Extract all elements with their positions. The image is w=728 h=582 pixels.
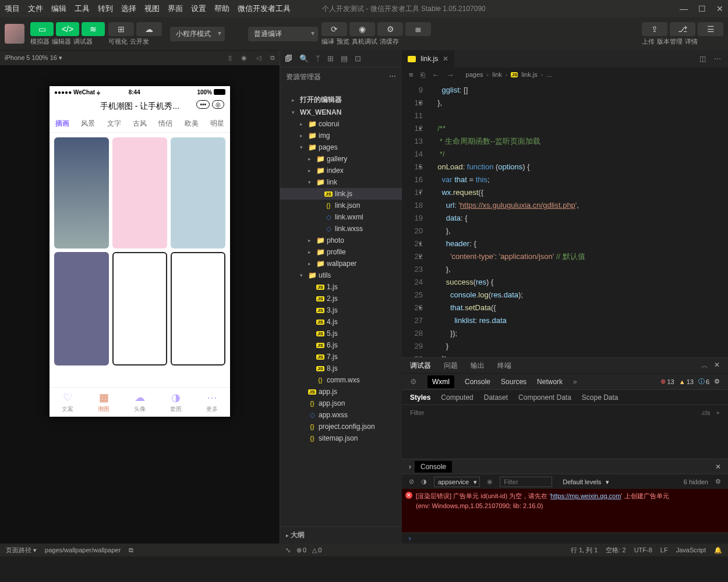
- tree-node[interactable]: ◇link.wxml: [280, 211, 402, 223]
- tree-node[interactable]: {}link.json: [280, 200, 402, 211]
- tree-node[interactable]: ▾📁pages: [280, 141, 402, 153]
- menu-item[interactable]: 界面: [168, 3, 183, 14]
- editor-button[interactable]: </>: [56, 22, 79, 36]
- debugger-button[interactable]: ≋: [82, 22, 105, 36]
- style-tab[interactable]: Dataset: [484, 393, 508, 402]
- notification-icon[interactable]: 🔔: [714, 546, 722, 554]
- cls-toggle[interactable]: .cls: [701, 409, 711, 416]
- tree-section[interactable]: ▾WX_WENAN: [280, 107, 402, 118]
- tab[interactable]: 插画: [55, 119, 69, 129]
- cloud-button[interactable]: ☁: [136, 22, 162, 36]
- err-badge[interactable]: ⊗ 0: [296, 546, 306, 554]
- editor-tab[interactable]: JS link.js ✕: [402, 50, 455, 68]
- tree-node[interactable]: JSapp.js: [280, 386, 402, 398]
- wallpaper-thumb[interactable]: [54, 137, 109, 249]
- upload-button[interactable]: ⇪: [642, 22, 667, 36]
- console-prompt[interactable]: ›: [402, 533, 728, 544]
- search-icon[interactable]: 🔍: [299, 54, 309, 63]
- ext-icon[interactable]: ⊞: [327, 54, 334, 63]
- route-value[interactable]: pages/wallpaper/wallpaper: [45, 546, 121, 553]
- crumb[interactable]: link.js: [521, 71, 538, 78]
- visual-button[interactable]: ⊞: [108, 22, 134, 36]
- warn-badge[interactable]: △ 0: [312, 546, 321, 554]
- tree-node[interactable]: ▾📁utils: [280, 269, 402, 281]
- nav-item[interactable]: ⋯更多: [206, 391, 218, 413]
- db-icon[interactable]: ▤: [341, 54, 348, 63]
- eye-icon[interactable]: ◑: [421, 478, 427, 485]
- phone-simulator[interactable]: ●●●●● WeChat ⏚ 8:44 100% 手机潮图 - 让手机秀... …: [50, 86, 230, 417]
- hidden-count[interactable]: 6 hidden: [684, 478, 708, 485]
- capsule-close-icon[interactable]: ◎: [212, 100, 224, 109]
- style-tab[interactable]: Component Data: [518, 393, 571, 402]
- tree-node[interactable]: JS1.js: [280, 281, 402, 293]
- panel-tab[interactable]: Wxml: [427, 375, 454, 388]
- tree-node[interactable]: JSlink.js: [280, 188, 402, 200]
- tab[interactable]: 风景: [81, 119, 95, 129]
- tab[interactable]: 情侣: [158, 119, 172, 129]
- style-tab[interactable]: Computed: [441, 393, 473, 402]
- remote-debug-button[interactable]: ⚙: [377, 22, 403, 36]
- error-link[interactable]: https://mp.weixin.qq.com: [550, 492, 621, 499]
- tree-node[interactable]: JS7.js: [280, 351, 402, 363]
- levels-select[interactable]: Default levels: [559, 477, 612, 487]
- minimize-icon[interactable]: —: [680, 4, 688, 13]
- device-label[interactable]: iPhone 5 100% 16 ▾: [5, 54, 62, 62]
- more-panels-icon[interactable]: »: [573, 378, 577, 386]
- position[interactable]: 行 1, 列 1: [571, 546, 598, 555]
- details-button[interactable]: ☰: [698, 22, 723, 36]
- capsule-menu-icon[interactable]: •••: [196, 100, 210, 109]
- clear-cache-button[interactable]: ≣: [405, 22, 431, 36]
- wallpaper-thumb[interactable]: [112, 252, 167, 365]
- dbg-tab[interactable]: 调试器: [410, 361, 431, 371]
- menu-item[interactable]: 编辑: [51, 3, 66, 14]
- tree-node[interactable]: {}project.config.json: [280, 421, 402, 432]
- avatar[interactable]: [5, 24, 24, 44]
- menu-item[interactable]: 帮助: [214, 3, 229, 14]
- tab[interactable]: 古风: [133, 119, 147, 129]
- code-editor[interactable]: 910▾1112▾131415▾1617▾18192021▾22▾2324252…: [402, 81, 728, 357]
- menu-item[interactable]: 视图: [144, 3, 160, 14]
- tree-node[interactable]: JS5.js: [280, 328, 402, 339]
- branch-icon[interactable]: ᛘ: [316, 54, 320, 63]
- tree-node[interactable]: ▸📁wallpaper: [280, 258, 402, 269]
- panel-tab[interactable]: Sources: [501, 378, 526, 386]
- eol[interactable]: LF: [660, 546, 668, 553]
- spaces[interactable]: 空格: 2: [606, 546, 625, 555]
- panel-tab[interactable]: Network: [537, 378, 563, 386]
- tree-node[interactable]: ◇link.wxss: [280, 223, 402, 235]
- nav-item[interactable]: ☁头像: [134, 391, 146, 413]
- back-icon[interactable]: ←: [432, 70, 440, 79]
- compile-select[interactable]: 普通编译: [248, 27, 318, 41]
- tree-node[interactable]: ▾📁link: [280, 176, 402, 188]
- tree-node[interactable]: JS2.js: [280, 293, 402, 304]
- eye-icon[interactable]: ◉: [487, 478, 493, 485]
- version-button[interactable]: ⎇: [670, 22, 695, 36]
- tree-node[interactable]: ▸📁index: [280, 165, 402, 176]
- split-icon[interactable]: ⧉: [270, 54, 275, 62]
- tree-node[interactable]: ▸📁profile: [280, 246, 402, 258]
- dbg-tab[interactable]: 问题: [444, 361, 458, 371]
- tree-node[interactable]: {}app.json: [280, 398, 402, 409]
- simulator-button[interactable]: ▭: [30, 22, 54, 36]
- split-editor-icon[interactable]: ◫: [699, 55, 706, 63]
- tree-node[interactable]: ◇app.wxss: [280, 409, 402, 421]
- plugin-icon[interactable]: ⊡: [355, 54, 361, 63]
- device-icon[interactable]: ▯: [228, 54, 232, 62]
- tree-node[interactable]: {}sitemap.json: [280, 432, 402, 444]
- style-tab[interactable]: Styles: [410, 393, 430, 402]
- filter-input[interactable]: Filter: [410, 409, 424, 416]
- tree-node[interactable]: JS3.js: [280, 304, 402, 316]
- crumb[interactable]: pages: [466, 71, 483, 78]
- tree-node[interactable]: {}comm.wxs: [280, 374, 402, 386]
- menu-item[interactable]: 文件: [28, 3, 43, 14]
- tree-node[interactable]: ▸📁colorui: [280, 118, 402, 130]
- language[interactable]: JavaScript: [676, 546, 706, 553]
- compile-button[interactable]: ⟳: [321, 22, 347, 36]
- copy-icon[interactable]: ⧉: [129, 546, 133, 554]
- outline-section[interactable]: ▸ 大纲: [280, 526, 402, 544]
- chevron-right-icon[interactable]: ›: [409, 463, 411, 471]
- gear-icon[interactable]: ⚙: [714, 378, 720, 385]
- wallpaper-thumb[interactable]: [171, 137, 225, 249]
- mute-icon[interactable]: ◁: [256, 54, 261, 62]
- mode-select[interactable]: 小程序模式: [170, 27, 225, 41]
